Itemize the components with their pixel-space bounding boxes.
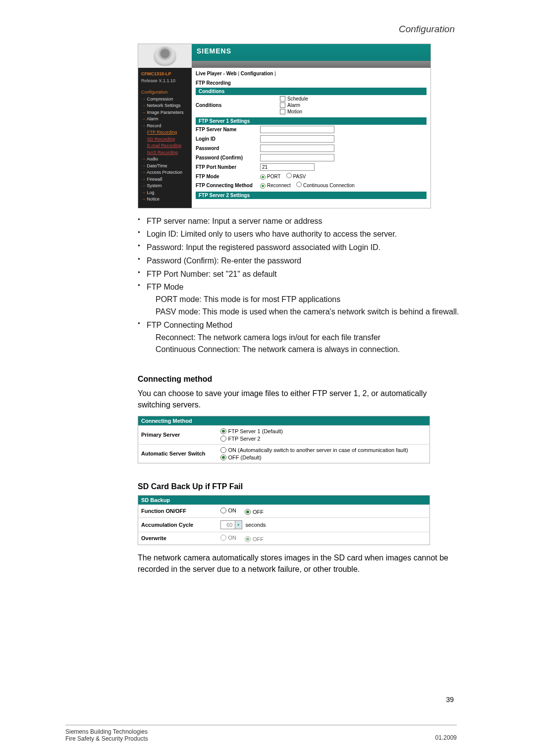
radio-ftp1[interactable] xyxy=(220,428,226,434)
nav-audio[interactable]: Audio xyxy=(141,156,189,163)
label-alarm: Alarm xyxy=(287,102,300,108)
brand-subbar xyxy=(192,61,430,68)
radio-auto-off[interactable] xyxy=(220,454,226,460)
lbl-primary-server: Primary Server xyxy=(138,425,217,444)
bullet-server-name: FTP server name: Input a server name or … xyxy=(138,215,460,228)
label-overwrite-off: OFF xyxy=(253,536,264,542)
ftp1-header: FTP Server 1 Settings xyxy=(196,117,427,125)
bullet-ftp-mode-port: PORT mode: This mode is for most FTP app… xyxy=(147,294,460,306)
radio-continuous[interactable] xyxy=(296,182,302,187)
table-connecting-method: Connecting Method Primary Server FTP Ser… xyxy=(138,416,430,463)
label-reconnect: Reconnect xyxy=(267,183,291,188)
radio-port[interactable] xyxy=(260,174,266,180)
lbl-password: Password xyxy=(196,146,260,151)
nav-record[interactable]: Record xyxy=(141,123,189,130)
lbl-conn-method: FTP Connecting Method xyxy=(196,183,260,188)
nav-datetime[interactable]: Date/Time xyxy=(141,163,189,170)
breadcrumb-a[interactable]: Live Player - Web xyxy=(196,71,237,76)
bullet-ftp-mode-pasv: PASV mode: This mode is used when the ca… xyxy=(147,306,460,318)
input-password[interactable] xyxy=(260,145,334,152)
nav-image-parameters[interactable]: Image Parameters xyxy=(141,109,189,116)
nav-alarm[interactable]: Alarm xyxy=(141,116,189,123)
brand-bar: SIEMENS xyxy=(192,44,430,61)
label-motion: Motion xyxy=(287,109,302,114)
radio-auto-on[interactable] xyxy=(220,447,226,453)
lbl-ftp-mode: FTP Mode xyxy=(196,174,260,179)
heading-connecting-method: Connecting method xyxy=(138,375,460,384)
radio-overwrite-off[interactable] xyxy=(245,536,251,542)
bullet-conn-title: FTP Connecting Method xyxy=(147,321,232,329)
para-connecting-method: You can choose to save your image files … xyxy=(138,388,460,410)
radio-pasv[interactable] xyxy=(286,173,292,178)
nav-firewall[interactable]: Firewall xyxy=(141,176,189,183)
bullet-ftp-mode-title: FTP Mode xyxy=(147,283,183,291)
bullet-port: FTP Port Number: set "21" as default xyxy=(138,268,460,281)
nav-system[interactable]: System xyxy=(141,183,189,190)
heading-sd-backup: SD Card Back Up if FTP Fail xyxy=(138,482,460,491)
lbl-login-id: Login ID xyxy=(196,136,260,142)
nav-network-settings[interactable]: Network Settings xyxy=(141,102,189,109)
input-port[interactable]: 21 xyxy=(260,163,315,171)
label-port: PORT xyxy=(267,174,280,179)
side-nav: CFMC1315-LP Release X.1.1.10 Configurati… xyxy=(138,68,192,208)
input-login-id[interactable] xyxy=(260,135,334,143)
bullet-conn-reconnect: Reconnect: The network camera logs in/ou… xyxy=(147,332,460,344)
checkbox-motion[interactable] xyxy=(280,109,285,114)
label-schedule: Schedule xyxy=(287,96,308,101)
breadcrumb-b[interactable]: Configuration xyxy=(241,71,273,76)
lbl-auto-switch: Automatic Server Switch xyxy=(138,444,217,463)
label-ftp2: FTP Server 2 xyxy=(228,436,261,442)
input-server-name[interactable] xyxy=(260,126,334,133)
chevron-down-icon[interactable]: ▾ xyxy=(235,521,242,529)
label-overwrite-on: ON xyxy=(228,535,237,541)
nav-notice[interactable]: Notice xyxy=(141,196,189,203)
lbl-port: FTP Port Number xyxy=(196,164,260,170)
nav-compression[interactable]: Compression xyxy=(141,96,189,103)
radio-func-off[interactable] xyxy=(245,509,251,515)
ftp2-header: FTP Server 2 Settings xyxy=(196,192,427,199)
table-sd-backup: SD Backup Function ON/OFF ON OFF Accumul… xyxy=(138,495,430,545)
nav-sd-recording[interactable]: SD Recording xyxy=(141,136,189,143)
label-continuous: Continuous Connection xyxy=(303,183,355,188)
radio-reconnect[interactable] xyxy=(260,183,266,189)
lbl-server-name: FTP Server Name xyxy=(196,127,260,132)
th-sd-backup: SD Backup xyxy=(138,495,430,504)
lbl-function-onoff: Function ON/OFF xyxy=(138,504,217,517)
input-password-confirm[interactable] xyxy=(260,154,334,161)
select-value: 60 xyxy=(221,522,235,528)
para-sd-backup: The network camera automatically stores … xyxy=(138,552,460,575)
bullet-login-id: Login ID: Limited only to users who have… xyxy=(138,228,460,241)
bullet-conn-method: FTP Connecting Method Reconnect: The net… xyxy=(138,319,460,356)
page-number: 39 xyxy=(446,696,454,704)
select-accum-cycle[interactable]: 60 ▾ xyxy=(220,520,242,529)
bullet-ftp-mode: FTP Mode PORT mode: This mode is for mos… xyxy=(138,281,460,318)
radio-overwrite-on[interactable] xyxy=(220,535,226,541)
nav-nas-recording[interactable]: NAS Recording xyxy=(141,150,189,156)
section-title: FTP Recording xyxy=(196,80,427,86)
camera-thumb xyxy=(138,44,192,68)
page-section-title: Configuration xyxy=(73,24,460,35)
footer-line2: Fire Safety & Security Products xyxy=(65,735,148,742)
nav-ftp-recording[interactable]: FTP Recording xyxy=(141,129,189,136)
label-ftp1: FTP Server 1 (Default) xyxy=(228,428,283,434)
nav-log[interactable]: Log xyxy=(141,190,189,197)
nav-email-recording[interactable]: E-mail Recording xyxy=(141,143,189,150)
th-connecting-method: Connecting Method xyxy=(138,416,430,425)
label-auto-off: OFF (Default) xyxy=(228,454,262,460)
breadcrumb: Live Player - Web | Configuration | xyxy=(196,71,427,76)
label-func-on: ON xyxy=(228,507,237,513)
footer-line1: Siemens Building Technologies xyxy=(65,728,148,735)
nav-access-protection[interactable]: Access Protection xyxy=(141,169,189,176)
description-list: FTP server name: Input a server name or … xyxy=(138,215,460,356)
checkbox-schedule[interactable] xyxy=(280,96,285,101)
footer-date: 01.2009 xyxy=(435,734,457,741)
nav-configuration[interactable]: Configuration xyxy=(141,89,189,96)
lbl-accum-cycle: Accumulation Cycle xyxy=(138,517,217,532)
label-seconds: seconds xyxy=(246,522,266,528)
checkbox-alarm[interactable] xyxy=(280,102,285,108)
lbl-password-confirm: Password (Confirm) xyxy=(196,155,260,160)
bullet-password-confirm: Password (Confirm): Re-enter the passwor… xyxy=(138,255,460,267)
label-func-off: OFF xyxy=(253,509,264,515)
radio-ftp2[interactable] xyxy=(220,436,226,442)
radio-func-on[interactable] xyxy=(220,507,226,513)
